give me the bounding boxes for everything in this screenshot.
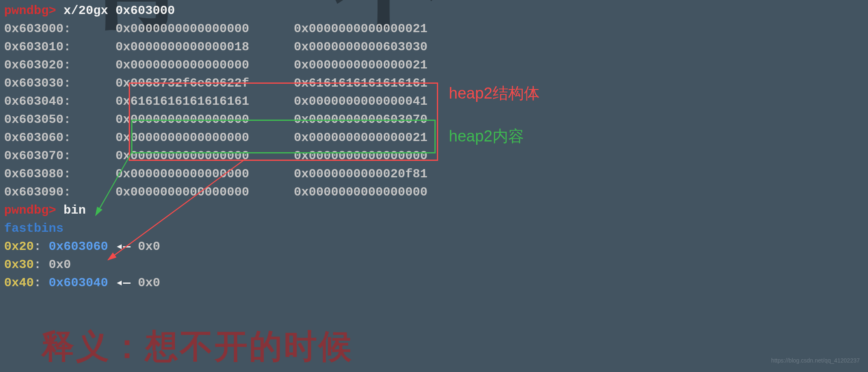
watermark-text: https://blog.csdn.net/qq_41202237 [771,351,860,370]
cmd-examine: x/20gx 0x603000 [64,4,175,18]
fastbins-label: fastbins [4,221,64,235]
mem-val: 0x0000000000000000 [294,149,427,163]
cmd-bin: bin [64,203,86,217]
memory-row: 0x603040: 0x6161616161616161 0x000000000… [4,92,864,111]
bin-row: 0x20: 0x603060 ◂— 0x0 [4,238,864,256]
arrow-icon: ◂— [116,240,130,254]
bin-next: 0x0 [138,240,160,254]
bin-size: 0x40 [4,276,34,290]
mem-val: 0x6161616161616161 [116,94,249,108]
mem-addr: 0x603060: [4,131,71,145]
mem-val: 0x0000000000000018 [116,40,249,54]
mem-val: 0x0000000000603070 [294,113,427,127]
mem-addr: 0x603010: [4,40,71,54]
mem-val: 0x0000000000020f81 [294,167,427,181]
arrow-icon: ◂— [116,276,130,290]
memory-row: 0x603060: 0x0000000000000000 0x000000000… [4,129,864,147]
mem-val: 0x0000000000000000 [116,58,249,72]
command-line-2: pwndbg> bin [4,201,864,219]
background-text-bottom: 释义：想不开的时候 [41,337,353,356]
memory-row: 0x603010: 0x0000000000000018 0x000000000… [4,38,864,56]
bin-ptr: 0x603060 [49,240,108,254]
bin-ptr: 0x0 [49,258,71,272]
mem-val: 0x0068732f6e69622f [116,76,249,90]
mem-val: 0x0000000000000000 [116,185,249,199]
mem-val: 0x0000000000000000 [116,149,249,163]
mem-val: 0x0000000000000021 [294,22,427,36]
memory-row: 0x603080: 0x0000000000000000 0x000000000… [4,165,864,183]
mem-addr: 0x603080: [4,167,71,181]
mem-val: 0x0000000000000000 [116,131,249,145]
bin-size: 0x30 [4,258,34,272]
mem-addr: 0x603020: [4,58,71,72]
mem-val: 0x0000000000000021 [294,58,427,72]
mem-addr: 0x603000: [4,22,71,36]
mem-addr: 0x603090: [4,185,71,199]
mem-val: 0x0000000000603030 [294,40,427,54]
mem-addr: 0x603050: [4,113,71,127]
bin-ptr: 0x603040 [49,276,108,290]
mem-val: 0x0000000000000000 [116,167,249,181]
bin-row: 0x30: 0x0 [4,256,864,274]
prompt-2: pwndbg> [4,203,56,217]
memory-row: 0x603030: 0x0068732f6e69622f 0x616161616… [4,74,864,92]
command-line-1: pwndbg> x/20gx 0x603000 [4,2,864,20]
mem-val: 0x0000000000000000 [116,113,249,127]
mem-val: 0x0000000000000000 [294,185,427,199]
bin-row: 0x40: 0x603040 ◂— 0x0 [4,274,864,292]
annotation-label-struct: heap2结构体 [449,84,540,102]
bin-size: 0x20 [4,240,34,254]
memory-row: 0x603020: 0x0000000000000000 0x000000000… [4,56,864,74]
memory-row: 0x603090: 0x0000000000000000 0x000000000… [4,183,864,201]
memory-row: 0x603000: 0x0000000000000000 0x000000000… [4,20,864,38]
fastbins-header: fastbins [4,219,864,238]
mem-val: 0x0000000000000021 [294,131,427,145]
mem-addr: 0x603070: [4,149,71,163]
mem-val: 0x0000000000000041 [294,94,427,108]
terminal-output: pwndbg> x/20gx 0x603000 0x603000: 0x0000… [0,0,868,294]
memory-row: 0x603050: 0x0000000000000000 0x000000000… [4,111,864,129]
prompt-1: pwndbg> [4,4,56,18]
mem-val: 0x6161616161616161 [294,76,427,90]
mem-val: 0x0000000000000000 [116,22,249,36]
memory-row: 0x603070: 0x0000000000000000 0x000000000… [4,147,864,165]
bin-next: 0x0 [138,276,160,290]
annotation-label-content: heap2内容 [449,127,524,145]
mem-addr: 0x603040: [4,94,71,108]
mem-addr: 0x603030: [4,76,71,90]
